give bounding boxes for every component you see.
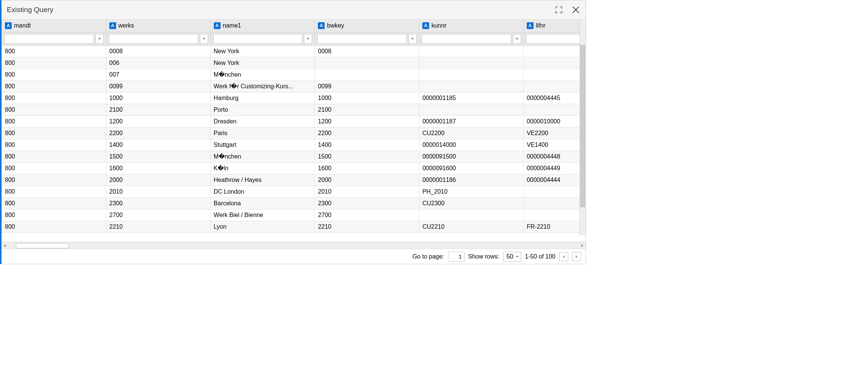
table-row[interactable]: 8001500M�nchen150000000915000000004448 bbox=[2, 151, 586, 162]
cell-werks[interactable]: 2000 bbox=[106, 174, 210, 186]
filter-input-kunnr[interactable] bbox=[422, 34, 511, 44]
cell-mandt[interactable]: 800 bbox=[2, 162, 106, 174]
cell-mandt[interactable]: 800 bbox=[2, 92, 106, 104]
cell-werks[interactable]: 1500 bbox=[106, 151, 210, 162]
cell-name1[interactable]: DC London bbox=[210, 186, 315, 197]
cell-bwkey[interactable]: 1400 bbox=[315, 139, 419, 151]
filter-dropdown-werks[interactable] bbox=[200, 34, 208, 44]
cell-mandt[interactable]: 800 bbox=[2, 209, 106, 221]
cell-kunnr[interactable]: 0000091500 bbox=[419, 151, 524, 162]
cell-bwkey[interactable]: 2300 bbox=[315, 197, 419, 209]
hscroll-left-arrow[interactable] bbox=[2, 242, 8, 249]
cell-name1[interactable]: Werk f�r Customizing-Kurs... bbox=[210, 80, 315, 92]
cell-name1[interactable]: Heathrow / Hayes bbox=[210, 174, 315, 186]
cell-lifnr[interactable]: 0000010000 bbox=[523, 115, 585, 127]
table-row[interactable]: 8002000Heathrow / Hayes20000000001186000… bbox=[2, 174, 586, 186]
table-row[interactable]: 800006New York bbox=[2, 57, 586, 69]
cell-mandt[interactable]: 800 bbox=[2, 80, 106, 92]
cell-werks[interactable]: 1400 bbox=[106, 139, 210, 151]
table-row[interactable]: 800007M�nchen bbox=[2, 69, 586, 80]
cell-lifnr[interactable] bbox=[523, 104, 585, 115]
cell-bwkey[interactable]: 2700 bbox=[315, 209, 419, 221]
cell-werks[interactable]: 0099 bbox=[106, 80, 210, 92]
cell-mandt[interactable]: 800 bbox=[2, 221, 106, 232]
cell-lifnr[interactable]: 0000004449 bbox=[523, 162, 585, 174]
vertical-scrollbar[interactable] bbox=[580, 20, 586, 235]
maximize-button[interactable] bbox=[555, 6, 563, 14]
cell-lifnr[interactable]: 0000004444 bbox=[523, 174, 585, 186]
table-row[interactable]: 8001600K�ln160000000916000000004449 bbox=[2, 162, 586, 174]
cell-name1[interactable]: Barcelona bbox=[210, 197, 315, 209]
cell-kunnr[interactable] bbox=[419, 69, 524, 80]
cell-name1[interactable]: New York bbox=[210, 57, 315, 69]
cell-lifnr[interactable]: FR-2210 bbox=[523, 221, 585, 232]
cell-bwkey[interactable]: 1600 bbox=[315, 162, 419, 174]
cell-kunnr[interactable]: 0000001185 bbox=[419, 92, 524, 104]
filter-input-mandt[interactable] bbox=[4, 34, 94, 44]
cell-werks[interactable]: 1600 bbox=[106, 162, 210, 174]
cell-name1[interactable]: Dresden bbox=[210, 115, 315, 127]
column-header-bwkey[interactable]: Abwkey bbox=[315, 20, 419, 32]
cell-name1[interactable]: Paris bbox=[210, 127, 315, 139]
cell-bwkey[interactable]: 0099 bbox=[315, 80, 419, 92]
show-rows-select[interactable]: 50 bbox=[503, 252, 521, 262]
cell-bwkey[interactable] bbox=[315, 69, 419, 80]
hscroll-thumb[interactable] bbox=[16, 243, 69, 248]
cell-bwkey[interactable]: 2100 bbox=[315, 104, 419, 115]
cell-werks[interactable]: 006 bbox=[106, 57, 210, 69]
cell-name1[interactable]: M�nchen bbox=[210, 151, 315, 162]
cell-lifnr[interactable]: 0000004445 bbox=[523, 92, 585, 104]
cell-lifnr[interactable] bbox=[523, 69, 585, 80]
cell-lifnr[interactable] bbox=[523, 209, 585, 221]
cell-werks[interactable]: 1200 bbox=[106, 115, 210, 127]
cell-lifnr[interactable] bbox=[523, 186, 585, 197]
table-row[interactable]: 8001400Stuttgart14000000014000VE1400 bbox=[2, 139, 586, 151]
column-header-lifnr[interactable]: Alifnr bbox=[523, 20, 585, 32]
cell-bwkey[interactable]: 1500 bbox=[315, 151, 419, 162]
goto-page-input[interactable] bbox=[448, 252, 465, 262]
cell-werks[interactable]: 2100 bbox=[106, 104, 210, 115]
cell-werks[interactable]: 2700 bbox=[106, 209, 210, 221]
column-header-mandt[interactable]: Amandt bbox=[2, 20, 106, 32]
cell-bwkey[interactable]: 1000 bbox=[315, 92, 419, 104]
table-row[interactable]: 8002010DC London2010PH_2010 bbox=[2, 186, 586, 197]
filter-input-bwkey[interactable] bbox=[317, 34, 407, 44]
table-row[interactable]: 8002700Werk Biel / Bienne2700 bbox=[2, 209, 586, 221]
cell-kunnr[interactable]: 0000001187 bbox=[419, 115, 524, 127]
cell-bwkey[interactable]: 2200 bbox=[315, 127, 419, 139]
cell-mandt[interactable]: 800 bbox=[2, 127, 106, 139]
cell-bwkey[interactable]: 1200 bbox=[315, 115, 419, 127]
cell-kunnr[interactable]: CU2300 bbox=[419, 197, 524, 209]
cell-kunnr[interactable]: 0000014000 bbox=[419, 139, 524, 151]
close-button[interactable] bbox=[571, 5, 580, 14]
filter-input-werks[interactable] bbox=[109, 34, 198, 44]
cell-lifnr[interactable] bbox=[523, 45, 585, 57]
cell-bwkey[interactable]: 2000 bbox=[315, 174, 419, 186]
cell-werks[interactable]: 2300 bbox=[106, 197, 210, 209]
cell-kunnr[interactable]: CU2210 bbox=[419, 221, 524, 232]
cell-kunnr[interactable] bbox=[419, 80, 524, 92]
cell-kunnr[interactable] bbox=[419, 57, 524, 69]
cell-kunnr[interactable]: CU2200 bbox=[419, 127, 524, 139]
table-row[interactable]: 8002100Porto2100 bbox=[2, 104, 586, 115]
cell-lifnr[interactable]: 0000004448 bbox=[523, 151, 585, 162]
cell-name1[interactable]: Lyon bbox=[210, 221, 315, 232]
cell-lifnr[interactable] bbox=[523, 197, 585, 209]
table-row[interactable]: 8002200Paris2200CU2200VE2200 bbox=[2, 127, 586, 139]
filter-dropdown-kunnr[interactable] bbox=[513, 34, 521, 44]
cell-name1[interactable]: M�nchen bbox=[210, 69, 315, 80]
cell-bwkey[interactable]: 2210 bbox=[315, 221, 419, 232]
cell-bwkey[interactable]: 0008 bbox=[315, 45, 419, 57]
filter-input-lifnr[interactable] bbox=[526, 34, 586, 44]
cell-kunnr[interactable]: 0000091600 bbox=[419, 162, 524, 174]
table-row[interactable]: 8001200Dresden120000000011870000010000 bbox=[2, 115, 586, 127]
cell-mandt[interactable]: 800 bbox=[2, 57, 106, 69]
cell-mandt[interactable]: 800 bbox=[2, 139, 106, 151]
hscroll-track[interactable] bbox=[8, 242, 579, 249]
cell-name1[interactable]: New York bbox=[210, 45, 315, 57]
cell-mandt[interactable]: 800 bbox=[2, 186, 106, 197]
cell-lifnr[interactable]: VE2200 bbox=[523, 127, 585, 139]
cell-kunnr[interactable] bbox=[419, 45, 524, 57]
cell-werks[interactable]: 2210 bbox=[106, 221, 210, 232]
cell-werks[interactable]: 2200 bbox=[106, 127, 210, 139]
